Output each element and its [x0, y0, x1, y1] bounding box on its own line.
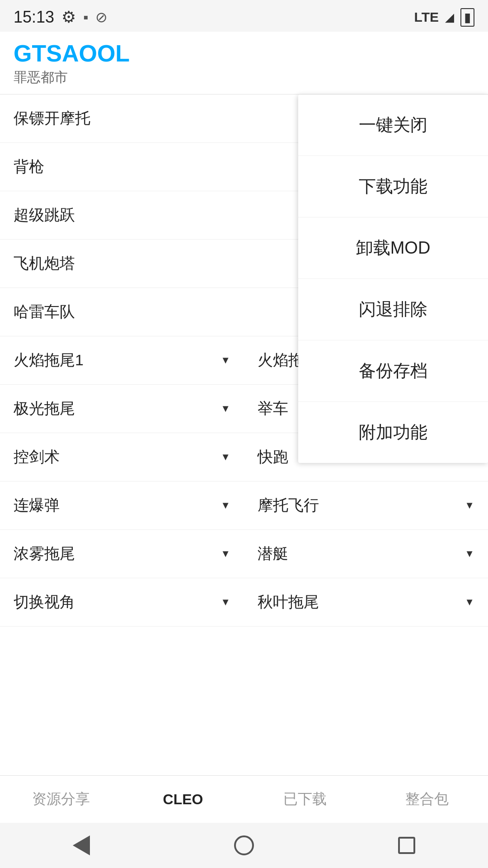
status-bar: 15:13 ▪ ⊘ LTE ◢ ▮ — [0, 0, 488, 32]
dropdown-arrow-sword[interactable]: ▼ — [221, 451, 230, 463]
feature-row-bomb-moto: 连爆弹 ▼ 摩托飞行 ▼ — [0, 481, 488, 530]
menu-item-backup-save[interactable]: 备份存档 — [298, 340, 488, 402]
dropdown-arrow-sub[interactable]: ▼ — [465, 548, 474, 560]
feature-col-sword-control[interactable]: 控剑术 ▼ — [0, 433, 244, 481]
nav-home-icon — [234, 835, 254, 855]
dropdown-arrow-view[interactable]: ▼ — [221, 596, 230, 608]
lte-icon: LTE — [414, 9, 439, 25]
main-content: 保镖开摩托 ▼ 背枪 ▼ 超级跳跃 ▼ 飞机炮塔 ▼ 哈雷车队 ▼ 火焰拖尾1 … — [0, 94, 488, 627]
app-subtitle: 罪恶都市 — [14, 68, 474, 87]
gear-icon — [61, 8, 76, 27]
menu-item-download-feature[interactable]: 下载功能 — [298, 156, 488, 217]
nav-back-icon — [73, 835, 90, 855]
dropdown-arrow-autumn[interactable]: ▼ — [465, 596, 474, 608]
menu-item-flash-exit[interactable]: 闪退排除 — [298, 279, 488, 340]
feature-col-switch-view[interactable]: 切换视角 ▼ — [0, 578, 244, 626]
dropdown-overlay-menu: 一键关闭 下载功能 卸载MOD 闪退排除 备份存档 附加功能 — [298, 94, 488, 463]
system-nav-bar — [0, 823, 488, 868]
dropdown-arrow-flame-1[interactable]: ▼ — [221, 354, 230, 366]
feature-col-submarine[interactable]: 潜艇 ▼ — [244, 530, 488, 578]
feature-col-moto-fly[interactable]: 摩托飞行 ▼ — [244, 481, 488, 529]
tab-cleo[interactable]: CLEO — [122, 776, 244, 823]
sim-icon: ▪ — [83, 9, 88, 26]
app-header: GTSAOOL 罪恶都市 — [0, 32, 488, 94]
feature-row-fog-sub: 浓雾拖尾 ▼ 潜艇 ▼ — [0, 530, 488, 578]
tab-combo-pack[interactable]: 整合包 — [366, 776, 488, 823]
signal-icon: ◢ — [445, 10, 454, 24]
menu-item-unload-mod[interactable]: 卸载MOD — [298, 217, 488, 279]
nav-recent-icon — [398, 837, 415, 854]
nav-recent-button[interactable] — [391, 830, 422, 861]
menu-item-one-click-close[interactable]: 一键关闭 — [298, 94, 488, 156]
app-title: GTSAOOL — [14, 41, 474, 66]
menu-item-extra-feature[interactable]: 附加功能 — [298, 402, 488, 463]
dropdown-arrow-fog[interactable]: ▼ — [221, 548, 230, 560]
nav-back-button[interactable] — [66, 830, 97, 861]
nav-home-button[interactable] — [228, 830, 260, 861]
status-time: 15:13 — [14, 8, 54, 27]
dropdown-arrow-bomb[interactable]: ▼ — [221, 500, 230, 511]
feature-col-flame-trail-1[interactable]: 火焰拖尾1 ▼ — [0, 336, 244, 384]
feature-row-view-autumn: 切换视角 ▼ 秋叶拖尾 ▼ — [0, 578, 488, 627]
status-bar-right: LTE ◢ ▮ — [414, 8, 474, 27]
dropdown-arrow-moto[interactable]: ▼ — [465, 500, 474, 511]
status-bar-left: 15:13 ▪ ⊘ — [14, 8, 108, 27]
feature-col-aurora-trail[interactable]: 极光拖尾 ▼ — [0, 385, 244, 433]
bottom-tab-bar: 资源分享 CLEO 已下载 整合包 — [0, 775, 488, 823]
feature-col-autumn-trail[interactable]: 秋叶拖尾 ▼ — [244, 578, 488, 626]
feature-col-chain-bomb[interactable]: 连爆弹 ▼ — [0, 481, 244, 529]
blocked-icon: ⊘ — [95, 9, 108, 26]
feature-col-fog-trail[interactable]: 浓雾拖尾 ▼ — [0, 530, 244, 578]
tab-downloaded[interactable]: 已下载 — [244, 776, 366, 823]
dropdown-arrow-aurora[interactable]: ▼ — [221, 403, 230, 415]
tab-resource-share[interactable]: 资源分享 — [0, 776, 122, 823]
battery-icon: ▮ — [460, 8, 474, 27]
